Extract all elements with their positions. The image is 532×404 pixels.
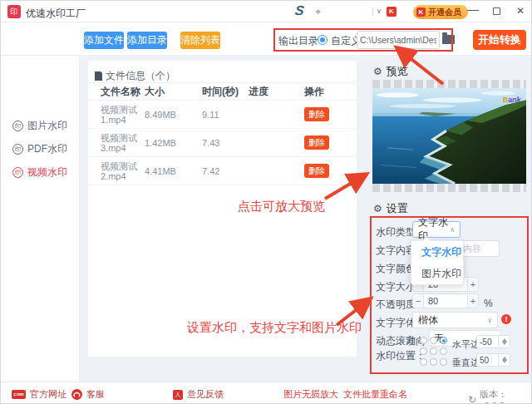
position-radio-mr[interactable] [440,347,447,355]
position-radio-tc[interactable] [430,337,437,344]
annotation-preview-tip: 点击可放大预览 [238,199,325,214]
position-radio-bl[interactable] [420,358,427,366]
table-row: 视频测试2.mp4 4.41MB 7.42 删除 [88,157,357,185]
add-directory-button[interactable]: 添加目录 [127,32,167,49]
custom-output-radio[interactable] [318,35,328,45]
file-size: 8.49MB [145,110,202,120]
chevron-up-icon: ∧ [450,226,455,234]
col-action: 操作 [304,85,344,99]
col-progress: 进度 [249,85,304,99]
settings-title: 设置 [387,201,408,216]
chevron-down-icon: ∨ [487,317,492,324]
stamp-icon: 印 [12,121,23,131]
feedback-icon: 人 [173,390,183,400]
customer-service-label: 客服 [86,388,105,401]
refresh-icon: ↻ [468,394,476,404]
annotation-settings-tip: 设置水印，支持文字和图片水印 [187,320,362,336]
file-panel-title: 文件信息（个） [95,69,175,83]
tool-rename-label: 文件批量重命名 [343,388,407,401]
alert-icon: ! [501,314,511,324]
delete-button[interactable]: 删除 [304,107,329,121]
file-time: 7.42 [202,166,249,176]
start-convert-button[interactable]: 开始转换 [473,30,526,50]
document-icon [95,71,102,81]
table-header: 文件名称 大小 时间(秒) 进度 操作 [88,82,357,101]
tool-upscale-label: 图片无损放大 [283,388,338,401]
minimize-button[interactable]: — [466,2,480,16]
sidebar-item-pdf-watermark[interactable]: 印 PDF水印 [12,142,67,155]
vip-badge-icon: K [416,7,426,17]
settings-header: ⚙ 设置 [373,201,408,216]
dropdown-item-image-watermark[interactable]: 图片水印 [411,263,463,284]
output-path-input[interactable] [357,31,440,49]
table-row: 视频测试1.mp4 8.49MB 9.11 删除 [88,101,357,129]
vip-badge-icon[interactable]: K [387,7,397,17]
tool-upscale-link[interactable]: 图片无损放大 [283,388,338,401]
opacity-input[interactable] [424,293,467,308]
watermark-type-dropdown: 文字水印 图片水印 [411,240,464,285]
opacity-minus-button[interactable]: − [412,293,424,308]
feedback-link[interactable]: 人 意见反馈 [173,388,224,401]
file-name: 视频测试2.mp4 [88,161,145,181]
table-row: 视频测试3.mp4 1.42MB 7.43 删除 [88,129,357,157]
open-vip-button[interactable]: K 开通会员 [413,5,468,19]
tool-rename-link[interactable]: 文件批量重命名 [343,388,407,401]
position-radio-ml[interactable] [420,347,427,355]
watermark-rest: ank [508,96,522,104]
customer-service-link[interactable]: 客服 [71,388,105,401]
partner-logo-icon: S [294,3,305,18]
h-margin-input[interactable] [476,335,499,348]
preview-image[interactable]: Bank [372,88,526,184]
maximize-button[interactable] [493,7,500,15]
v-margin-spinner[interactable] [499,353,510,367]
footer: com 官方网址 客服 人 意见反馈 图片无损放大 文件批量重命名 ↻ 版本：v… [1,382,531,404]
version-label: 版本：v2.0.2 [480,388,531,404]
file-panel-title-text: 文件信息（个） [106,69,175,83]
gear-icon: ⚙ [373,203,382,214]
dropdown-item-text-watermark[interactable]: 文字水印 [411,241,463,263]
version-info[interactable]: ↻ 版本：v2.0.2 [468,388,531,404]
delete-button[interactable]: 删除 [304,164,329,178]
official-site-link[interactable]: com 官方网址 [12,388,66,401]
chevron-down-icon[interactable]: ∨ [377,7,382,15]
svg-text:Bank: Bank [503,96,522,104]
position-radio-mc[interactable] [430,347,437,355]
position-radio-tr[interactable] [440,337,447,344]
position-radio-bc[interactable] [430,358,437,366]
font-value: 楷体 [418,313,438,328]
sidebar-item-video-watermark[interactable]: 印 视频水印 [12,165,67,179]
preview-header: ⚙ 预览 [373,64,408,79]
stamp-icon: 印 [12,167,23,178]
opacity-plus-button[interactable]: + [467,293,479,308]
com-icon: com [12,390,26,399]
clear-list-button[interactable]: 清除列表 [180,32,220,49]
add-file-button[interactable]: 添加文件 [84,32,124,49]
sidebar-item-label: 视频水印 [27,165,67,180]
col-size: 大小 [145,85,202,99]
file-time: 7.43 [202,138,249,148]
delete-button[interactable]: 删除 [304,135,329,150]
v-margin-input[interactable] [476,353,499,367]
position-radio-br[interactable] [440,358,447,366]
sidebar-item-image-watermark[interactable]: 印 图片水印 [12,119,67,132]
feedback-label: 意见反馈 [187,388,224,401]
position-label: 水印位置： [376,349,426,363]
file-name: 视频测试1.mp4 [88,105,145,125]
file-size: 1.42MB [145,138,202,148]
partner-mascot-icon: ❖ [315,8,321,16]
sidebar: 印 图片水印 印 PDF水印 印 视频水印 [1,56,80,382]
titlebar: 印 优速水印工厂 S ❖ | ∨ K K 开通会员 — ✕ [1,1,531,22]
app-window: 印 优速水印工厂 S ❖ | ∨ K K 开通会员 — ✕ 添加文件 添加目录 … [0,0,532,404]
titlebar-separator: | [372,7,374,16]
font-select[interactable]: 楷体 ∨ [412,312,498,328]
file-name: 视频测试3.mp4 [88,133,145,153]
watermark-type-select[interactable]: 文字水印 ∧ [412,221,461,238]
position-radio-tl[interactable] [420,337,427,344]
h-margin-spinner[interactable] [499,335,510,348]
close-button[interactable]: ✕ [514,5,527,17]
preview-filmstrip[interactable]: Bank [372,80,526,192]
size-plus-button[interactable]: + [467,277,479,292]
preview-title: 预览 [387,64,408,79]
folder-browse-icon[interactable] [442,35,455,44]
app-title: 优速水印工厂 [26,7,86,21]
